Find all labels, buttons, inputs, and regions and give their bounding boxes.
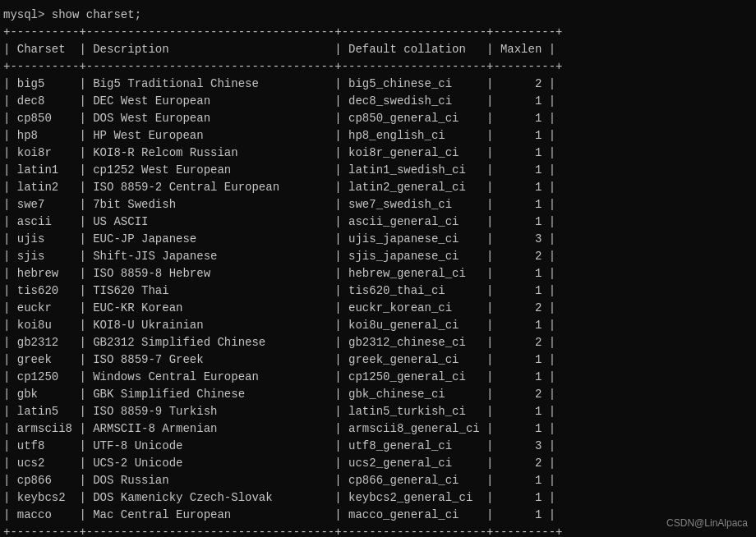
table-row: | dec8 | DEC West European | dec8_swedis… — [3, 93, 753, 110]
table-row: | utf8 | UTF-8 Unicode | utf8_general_ci… — [3, 438, 753, 455]
prompt-line: mysql> show charset; — [3, 7, 753, 24]
separator-mid: +----------+----------------------------… — [3, 58, 753, 76]
watermark: CSDN@LinAlpaca — [666, 517, 748, 529]
table-row: | latin5 | ISO 8859-9 Turkish | latin5_t… — [3, 403, 753, 420]
table-row: | gb2312 | GB2312 Simplified Chinese | g… — [3, 334, 753, 351]
separator-bottom: +----------+----------------------------… — [3, 524, 753, 537]
table-row: | koi8r | KOI8-R Relcom Russian | koi8r_… — [3, 145, 753, 162]
table-row: | greek | ISO 8859-7 Greek | greek_gener… — [3, 351, 753, 369]
separator-top: +----------+----------------------------… — [3, 24, 753, 41]
table-row: | ucs2 | UCS-2 Unicode | ucs2_general_ci… — [3, 455, 753, 472]
table-row: | hp8 | HP West European | hp8_english_c… — [3, 127, 753, 145]
table-row: | swe7 | 7bit Swedish | swe7_swedish_ci … — [3, 196, 753, 213]
table-row: | sjis | Shift-JIS Japanese | sjis_japan… — [3, 248, 753, 265]
table-row: | latin2 | ISO 8859-2 Central European |… — [3, 179, 753, 196]
table-row: | gbk | GBK Simplified Chinese | gbk_chi… — [3, 386, 753, 403]
table-row: | macco | Mac Central European | macco_g… — [3, 507, 753, 524]
table-rows: | big5 | Big5 Traditional Chinese | big5… — [3, 76, 753, 524]
table-row: | cp866 | DOS Russian | cp866_general_ci… — [3, 472, 753, 489]
table-row: | big5 | Big5 Traditional Chinese | big5… — [3, 76, 753, 93]
table-row: | cp850 | DOS West European | cp850_gene… — [3, 110, 753, 127]
table-row: | ujis | EUC-JP Japanese | ujis_japanese… — [3, 231, 753, 248]
table-row: | hebrew | ISO 8859-8 Hebrew | hebrew_ge… — [3, 265, 753, 282]
table-row: | koi8u | KOI8-U Ukrainian | koi8u_gener… — [3, 317, 753, 334]
terminal-window: mysql> show charset; +----------+-------… — [0, 0, 756, 537]
table-row: | euckr | EUC-KR Korean | euckr_korean_c… — [3, 300, 753, 317]
table-row: | cp1250 | Windows Central European | cp… — [3, 369, 753, 386]
table-row: | tis620 | TIS620 Thai | tis620_thai_ci … — [3, 282, 753, 300]
table-row: | ascii | US ASCII | ascii_general_ci | … — [3, 213, 753, 231]
table-row: | armscii8 | ARMSCII-8 Armenian | armsci… — [3, 420, 753, 438]
table-row: | latin1 | cp1252 West European | latin1… — [3, 162, 753, 179]
table-header: | Charset | Description | Default collat… — [3, 41, 753, 58]
table-row: | keybcs2 | DOS Kamenicky Czech-Slovak |… — [3, 489, 753, 507]
